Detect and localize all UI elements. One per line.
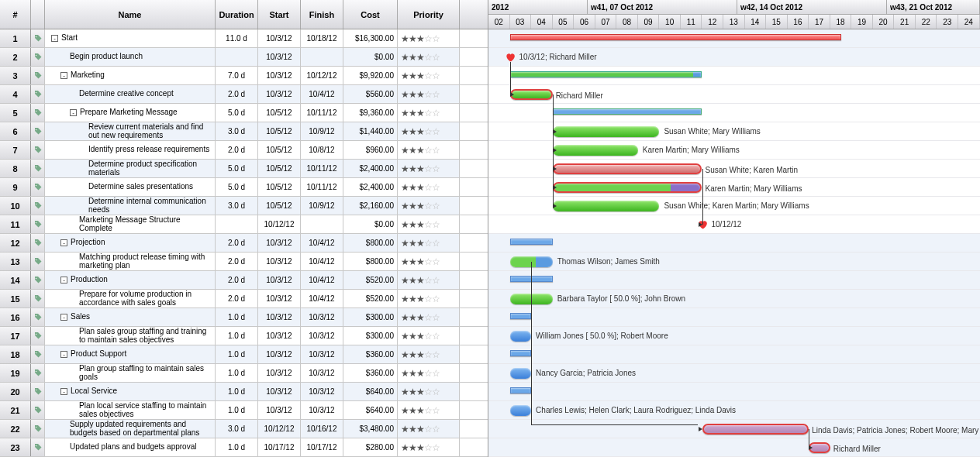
duration-cell[interactable]: 11.0 d — [216, 29, 258, 47]
duration-cell[interactable]: 1.0 d — [216, 345, 258, 363]
task-name-cell[interactable]: Begin product launch — [45, 48, 216, 66]
gantt-bar[interactable]: Susan White; Karen Martin — [553, 163, 702, 174]
gantt-bar[interactable] — [510, 387, 532, 393]
start-cell[interactable]: 10/3/12 — [258, 253, 301, 270]
finish-cell[interactable] — [301, 48, 343, 66]
priority-stars[interactable]: ★★★☆☆ — [401, 275, 440, 286]
priority-stars[interactable]: ★★★☆☆ — [401, 387, 440, 397]
duration-cell[interactable]: 1.0 d — [216, 327, 258, 345]
expand-toggle[interactable]: - — [51, 35, 58, 42]
task-name-cell[interactable]: Identify press release requirements — [45, 141, 216, 159]
finish-cell[interactable]: 10/11/12 — [301, 160, 343, 177]
expand-toggle[interactable]: - — [60, 388, 67, 395]
cost-cell[interactable]: $0.00 — [343, 48, 398, 66]
duration-cell[interactable]: 5.0 d — [216, 104, 258, 122]
milestone-marker[interactable] — [505, 52, 516, 63]
start-cell[interactable]: 10/5/12 — [258, 104, 301, 122]
gantt-bar[interactable] — [510, 313, 532, 319]
priority-stars[interactable]: ★★★☆☆ — [401, 405, 440, 416]
table-row[interactable]: 4Determine creative concept2.0 d10/3/121… — [0, 85, 488, 104]
task-name-cell[interactable]: -Production — [45, 271, 216, 289]
cost-cell[interactable]: $640.00 — [343, 401, 398, 419]
task-name-cell[interactable]: Supply updated requirements and budgets … — [45, 420, 216, 438]
task-name-cell[interactable]: -Prepare Marketing Message — [45, 104, 216, 122]
priority-cell[interactable]: ★★★☆☆ — [398, 29, 460, 47]
task-name-cell[interactable]: -Marketing — [45, 67, 216, 84]
expand-toggle[interactable]: - — [60, 72, 67, 79]
cost-cell[interactable]: $2,400.00 — [343, 178, 398, 196]
cost-cell[interactable]: $520.00 — [343, 290, 398, 308]
gantt-bar[interactable] — [510, 239, 553, 245]
finish-cell[interactable]: 10/3/12 — [301, 383, 343, 400]
cost-cell[interactable]: $1,440.00 — [343, 122, 398, 140]
table-row[interactable]: 9Determine sales presentations5.0 d10/5/… — [0, 178, 488, 197]
cost-cell[interactable]: $9,360.00 — [343, 104, 398, 122]
finish-cell[interactable]: 10/17/12 — [301, 438, 343, 456]
duration-cell[interactable]: 2.0 d — [216, 271, 258, 289]
finish-cell[interactable]: 10/9/12 — [301, 197, 343, 215]
priority-cell[interactable]: ★★★☆☆ — [398, 160, 460, 177]
start-cell[interactable]: 10/3/12 — [258, 234, 301, 252]
priority-cell[interactable]: ★★★☆☆ — [398, 141, 460, 159]
start-cell[interactable]: 10/3/12 — [258, 85, 301, 103]
priority-cell[interactable]: ★★★☆☆ — [398, 383, 460, 400]
priority-stars[interactable]: ★★★☆☆ — [401, 108, 440, 119]
task-name-cell[interactable]: Marketing Message Structure Complete — [45, 215, 216, 233]
table-row[interactable]: 17Plan sales group staffing and training… — [0, 327, 488, 345]
start-cell[interactable]: 10/5/12 — [258, 141, 301, 159]
start-cell[interactable]: 10/3/12 — [258, 271, 301, 289]
priority-cell[interactable]: ★★★☆☆ — [398, 308, 460, 326]
gantt-bar[interactable]: Karen Martin; Mary Williams — [553, 145, 638, 156]
cost-cell[interactable]: $960.00 — [343, 141, 398, 159]
task-name-cell[interactable]: -Local Service — [45, 383, 216, 400]
cost-cell[interactable]: $16,300.00 — [343, 29, 398, 47]
cost-cell[interactable]: $2,160.00 — [343, 197, 398, 215]
expand-toggle[interactable]: - — [60, 351, 67, 358]
gantt-bar[interactable]: William Jones [ 50.0 %]; Robert Moore — [510, 331, 532, 342]
duration-cell[interactable]: 1.0 d — [216, 401, 258, 419]
gantt-bar[interactable]: Charles Lewis; Helen Clark; Laura Rodrig… — [510, 405, 532, 416]
duration-cell[interactable]: 2.0 d — [216, 85, 258, 103]
task-name-cell[interactable]: Plan sales group staffing and training t… — [45, 327, 216, 345]
gantt-bar[interactable] — [510, 34, 841, 40]
start-cell[interactable]: 10/5/12 — [258, 197, 301, 215]
priority-cell[interactable]: ★★★☆☆ — [398, 85, 460, 103]
priority-cell[interactable]: ★★★☆☆ — [398, 178, 460, 196]
cost-cell[interactable]: $360.00 — [343, 364, 398, 382]
start-cell[interactable]: 10/3/12 — [258, 401, 301, 419]
cost-cell[interactable]: $800.00 — [343, 234, 398, 252]
col-number[interactable]: # — [0, 0, 31, 29]
gantt-bar[interactable] — [510, 350, 532, 356]
priority-stars[interactable]: ★★★☆☆ — [401, 349, 440, 360]
priority-cell[interactable]: ★★★☆☆ — [398, 420, 460, 438]
duration-cell[interactable] — [216, 215, 258, 233]
cost-cell[interactable]: $640.00 — [343, 383, 398, 400]
duration-cell[interactable]: 2.0 d — [216, 253, 258, 270]
priority-stars[interactable]: ★★★☆☆ — [401, 145, 440, 156]
task-name-cell[interactable]: Prepare for volume production in accorda… — [45, 290, 216, 308]
table-row[interactable]: 15Prepare for volume production in accor… — [0, 290, 488, 308]
priority-cell[interactable]: ★★★☆☆ — [398, 104, 460, 122]
col-finish[interactable]: Finish — [301, 0, 343, 29]
priority-stars[interactable]: ★★★☆☆ — [401, 238, 440, 249]
gantt-bar[interactable]: Karen Martin; Mary Williams — [553, 182, 702, 193]
cost-cell[interactable]: $560.00 — [343, 85, 398, 103]
gantt-body[interactable]: 10/3/12; Richard MillerRichard MillerSus… — [488, 29, 980, 457]
start-cell[interactable]: 10/3/12 — [258, 345, 301, 363]
priority-stars[interactable]: ★★★☆☆ — [401, 89, 440, 100]
col-indicator[interactable] — [31, 0, 45, 29]
table-row[interactable]: 13Matching product release timing with m… — [0, 253, 488, 271]
priority-cell[interactable]: ★★★☆☆ — [398, 67, 460, 84]
col-cost[interactable]: Cost — [343, 0, 398, 29]
priority-cell[interactable]: ★★★☆☆ — [398, 438, 460, 456]
task-name-cell[interactable]: Determine product specification material… — [45, 160, 216, 177]
duration-cell[interactable]: 1.0 d — [216, 438, 258, 456]
duration-cell[interactable]: 3.0 d — [216, 197, 258, 215]
priority-stars[interactable]: ★★★☆☆ — [401, 256, 440, 267]
finish-cell[interactable]: 10/3/12 — [301, 345, 343, 363]
finish-cell[interactable]: 10/3/12 — [301, 308, 343, 326]
finish-cell[interactable]: 10/12/12 — [301, 67, 343, 84]
priority-stars[interactable]: ★★★☆☆ — [401, 312, 440, 323]
gantt-bar[interactable]: Nancy Garcia; Patricia Jones — [510, 368, 532, 379]
task-name-cell[interactable]: -Sales — [45, 308, 216, 326]
